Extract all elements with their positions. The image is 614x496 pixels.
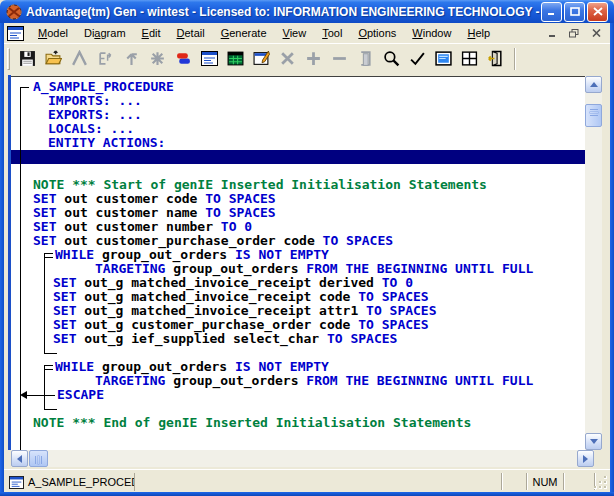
diagram-document-icon[interactable]	[7, 26, 24, 41]
scroll-down-button[interactable]	[585, 433, 602, 450]
while1-loop-line	[44, 253, 45, 353]
asterisk-icon	[149, 50, 166, 67]
move-up-arrow-icon	[123, 50, 140, 67]
vertical-scroll-thumb[interactable]	[585, 104, 602, 127]
code-line[interactable]: SET out_g matched_invoice_receipt code T…	[11, 290, 585, 304]
code-line[interactable]: SET out customer code TO SPACES	[11, 192, 585, 206]
expand-e-button	[94, 48, 116, 70]
menu-edit[interactable]: Edit	[134, 24, 169, 42]
menu-model[interactable]: Model	[30, 24, 76, 42]
open-button[interactable]	[42, 48, 64, 70]
status-procedure-panel: A_SAMPLE_PROCEDURE	[7, 473, 135, 491]
scroll-left-button[interactable]	[11, 450, 28, 467]
code-line[interactable]: LOCALS: ...	[11, 122, 585, 136]
mdi-minimize-button[interactable]	[544, 26, 560, 40]
app-logo-icon	[6, 4, 22, 20]
num-lock-indicator: NUM	[528, 473, 562, 490]
code-line[interactable]: A_SAMPLE_PROCEDURE	[11, 80, 585, 94]
diagram-window-button[interactable]	[198, 48, 220, 70]
save-button[interactable]	[16, 48, 38, 70]
swap-rects-button[interactable]	[172, 48, 194, 70]
application-window: Advantage(tm) Gen - wintest - Licensed t…	[0, 0, 614, 496]
selected-line[interactable]	[11, 150, 585, 164]
close-door-button	[354, 48, 376, 70]
scroll-up-button[interactable]	[585, 76, 602, 93]
asterisk-button	[146, 48, 168, 70]
code-line[interactable]: TARGETING group_out_orders FROM THE BEGI…	[11, 374, 585, 388]
table-view-button[interactable]	[224, 48, 246, 70]
code-line[interactable]: SET out customer_purchase_order code TO …	[11, 234, 585, 248]
save-icon	[19, 50, 36, 67]
scroll-right-icon	[583, 455, 588, 463]
while1-loop-top	[44, 253, 53, 254]
blank-line[interactable]	[11, 346, 585, 360]
tile-windows-icon	[461, 50, 478, 67]
menu-diagram[interactable]: Diagram	[76, 24, 134, 42]
code-line[interactable]: SET out_g matched_invoice_receipt attr1 …	[11, 304, 585, 318]
mdi-close-icon	[592, 29, 601, 37]
menu-view[interactable]: View	[275, 24, 315, 42]
code-line[interactable]: SET out_g matched_invoice_receipt derive…	[11, 276, 585, 290]
action-diagram-pane[interactable]: A_SAMPLE_PROCEDUREIMPORTS: ...EXPORTS: .…	[11, 76, 585, 450]
check-icon	[409, 50, 426, 67]
code-line[interactable]: WHILE group_out_orders IS NOT EMPTY	[11, 248, 585, 262]
code-line[interactable]: NOTE *** End of genIE Inserted Initialis…	[11, 416, 585, 430]
while1-loop-top2	[44, 257, 53, 258]
maximize-icon	[570, 7, 580, 16]
menu-generate[interactable]: Generate	[213, 24, 275, 42]
menu-tool[interactable]: Tool	[314, 24, 350, 42]
while2-loop-top2	[44, 369, 53, 370]
code-line[interactable]: IMPORTS: ...	[11, 94, 585, 108]
while2-loop-line	[44, 365, 45, 409]
menu-help[interactable]: Help	[459, 24, 498, 42]
mdi-close-button[interactable]	[588, 26, 604, 40]
menu-window[interactable]: Window	[404, 24, 459, 42]
code-line[interactable]: EXPORTS: ...	[11, 108, 585, 122]
escape-arrow-head-icon	[20, 391, 27, 399]
code-line[interactable]: SET out_g ief_supplied select_char TO SP…	[11, 332, 585, 346]
horizontal-scrollbar[interactable]	[11, 450, 594, 467]
blank-line[interactable]	[11, 402, 585, 416]
scroll-right-button[interactable]	[577, 450, 594, 467]
code-line[interactable]: SET out customer number TO 0	[11, 220, 585, 234]
code-line[interactable]: ENTITY ACTIONS:	[11, 136, 585, 150]
delete-x-button	[276, 48, 298, 70]
procedure-bracket-tick	[20, 87, 29, 88]
delete-x-icon	[279, 50, 296, 67]
code-line[interactable]: SET out_g customer_purchase_order code T…	[11, 318, 585, 332]
code-lines: A_SAMPLE_PROCEDUREIMPORTS: ...EXPORTS: .…	[11, 80, 585, 430]
letter-a-icon	[71, 50, 88, 67]
vertical-scrollbar[interactable]	[585, 76, 602, 450]
code-line[interactable]: NOTE *** Start of genIE Inserted Initial…	[11, 178, 585, 192]
code-line[interactable]: TARGETING group_out_orders FROM THE BEGI…	[11, 262, 585, 276]
status-separator	[501, 473, 503, 490]
zoom-button[interactable]	[380, 48, 402, 70]
tile-windows-button[interactable]	[458, 48, 480, 70]
exit-door-button[interactable]	[484, 48, 506, 70]
mdi-minimize-icon	[548, 29, 557, 37]
menu-items: ModelDiagramEditDetailGenerateViewToolOp…	[30, 23, 498, 43]
window-border-right	[610, 23, 614, 496]
window-border-bottom	[0, 492, 614, 496]
code-line[interactable]: ESCAPE	[11, 388, 585, 402]
close-icon	[593, 7, 603, 16]
validate-check-button[interactable]	[406, 48, 428, 70]
menu-detail[interactable]: Detail	[169, 24, 213, 42]
maximize-button[interactable]	[564, 2, 585, 22]
toolbar-grip[interactable]	[7, 48, 10, 70]
blank-line[interactable]	[11, 164, 585, 178]
code-line[interactable]: SET out customer name TO SPACES	[11, 206, 585, 220]
titlebar[interactable]: Advantage(tm) Gen - wintest - Licensed t…	[0, 0, 614, 23]
code-line[interactable]: WHILE group_out_orders IS NOT EMPTY	[11, 360, 585, 374]
close-button[interactable]	[587, 2, 608, 22]
resize-grip[interactable]	[594, 476, 607, 489]
window-title: Advantage(tm) Gen - wintest - Licensed t…	[26, 5, 541, 19]
minimize-button[interactable]	[541, 2, 562, 22]
menu-options[interactable]: Options	[350, 24, 404, 42]
edit-window-button[interactable]	[250, 48, 272, 70]
display-window-button[interactable]	[432, 48, 454, 70]
horizontal-scroll-thumb[interactable]	[29, 450, 48, 467]
open-folder-icon	[45, 50, 62, 67]
mdi-restore-button[interactable]	[566, 26, 582, 40]
toolbar-separator	[514, 48, 516, 70]
